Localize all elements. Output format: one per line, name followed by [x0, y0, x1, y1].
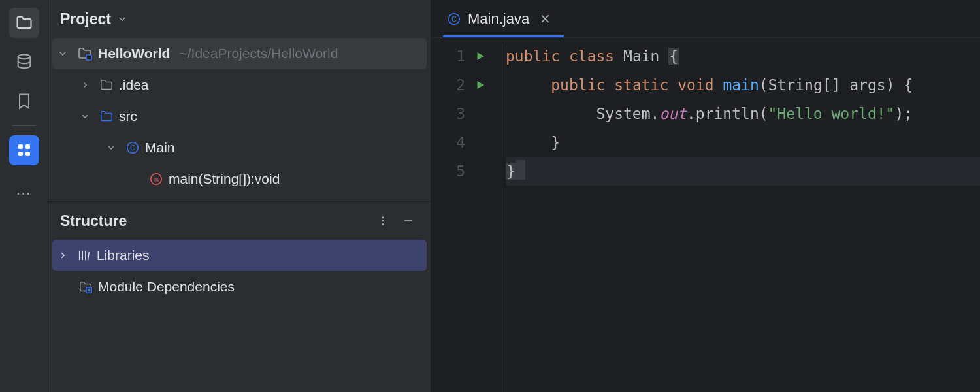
close-icon[interactable]: ✕: [536, 11, 551, 27]
library-icon: [77, 248, 91, 263]
chevron-down-icon: [80, 111, 94, 122]
main-method-label: main(String[]):void: [169, 171, 280, 187]
code-line: }: [506, 128, 980, 157]
structure-tree: Libraries Module Dependencies: [48, 240, 431, 309]
editor-tabbar: C Main.java ✕: [431, 0, 980, 38]
bookmark-icon: [15, 92, 33, 110]
folder-icon: [15, 14, 33, 32]
tree-row-project-root[interactable]: HelloWorld ~/IdeaProjects/HelloWorld: [52, 38, 427, 69]
line-number: 1: [431, 42, 465, 71]
database-icon: [15, 53, 33, 71]
editor: C Main.java ✕ 1 2 3 4 5 public class Mai…: [431, 0, 980, 392]
svg-rect-1: [18, 144, 23, 149]
svg-point-12: [382, 223, 384, 225]
structure-panel-header: Structure: [48, 202, 431, 240]
text-cursor: [516, 160, 525, 180]
svg-point-11: [382, 220, 384, 222]
run-icon[interactable]: [470, 71, 502, 99]
svg-rect-3: [18, 152, 23, 156]
tree-row-libraries[interactable]: Libraries: [52, 240, 427, 271]
code-line: System.out.println("Hello world!");: [506, 99, 980, 128]
project-tree: HelloWorld ~/IdeaProjects/HelloWorld .id…: [48, 38, 431, 201]
chevron-down-icon: [57, 48, 72, 59]
indent-guide: [502, 43, 502, 392]
svg-point-0: [18, 54, 30, 59]
code-line: }: [506, 157, 980, 186]
svg-text:m: m: [154, 176, 159, 183]
class-icon: C: [447, 12, 461, 26]
project-root-name: HelloWorld: [98, 46, 170, 61]
chevron-down-icon: [106, 142, 120, 153]
more-tool-button[interactable]: …: [9, 174, 39, 204]
minimize-icon[interactable]: [398, 212, 419, 230]
tool-strip: …: [0, 0, 48, 392]
chevron-right-icon: [57, 250, 72, 261]
tree-row-module-deps[interactable]: Module Dependencies: [52, 271, 427, 302]
code-content[interactable]: public class Main { public static void m…: [502, 38, 980, 392]
project-panel-title: Project: [60, 10, 111, 28]
libraries-label: Libraries: [97, 248, 150, 263]
project-panel-header: Project: [48, 0, 431, 38]
folder-icon: [99, 78, 114, 92]
structure-panel-title: Structure: [60, 212, 127, 230]
structure-panel: Structure Libraries: [48, 201, 431, 309]
method-icon: m: [149, 172, 163, 186]
svg-rect-5: [86, 55, 91, 60]
line-number-gutter: 1 2 3 4 5: [431, 38, 470, 392]
bookmarks-tool-button[interactable]: [9, 86, 39, 116]
main-class-label: Main: [145, 140, 175, 155]
database-tool-button[interactable]: [9, 47, 39, 77]
plugins-tool-button[interactable]: [9, 135, 39, 165]
kebab-menu-icon[interactable]: [373, 212, 393, 229]
line-number: 4: [431, 128, 465, 157]
code-area[interactable]: 1 2 3 4 5 public class Main { public sta…: [431, 38, 980, 392]
chevron-down-icon[interactable]: [116, 13, 128, 25]
class-icon: C: [125, 140, 140, 155]
more-icon: …: [16, 180, 33, 199]
svg-rect-4: [25, 152, 30, 156]
line-number: 3: [431, 99, 465, 128]
svg-rect-2: [25, 144, 30, 149]
src-folder-label: src: [119, 108, 137, 124]
source-folder-icon: [99, 109, 114, 123]
module-deps-icon: [78, 280, 93, 294]
divider: [12, 125, 36, 126]
tree-row-idea[interactable]: .idea: [52, 69, 427, 101]
tree-row-main-class[interactable]: C Main: [52, 132, 427, 163]
code-line: public static void main(String[] args) {: [506, 71, 980, 99]
module-folder-icon: [77, 46, 93, 61]
project-root-path: ~/IdeaProjects/HelloWorld: [179, 46, 338, 61]
svg-text:C: C: [451, 14, 457, 22]
line-number: 5: [431, 157, 465, 186]
editor-tab-main[interactable]: C Main.java ✕: [443, 0, 564, 37]
module-deps-label: Module Dependencies: [98, 279, 235, 295]
code-line: public class Main {: [506, 42, 980, 71]
editor-tab-label: Main.java: [468, 10, 529, 27]
project-tool-button[interactable]: [9, 8, 39, 38]
run-gutter: [470, 38, 502, 392]
tree-row-main-method[interactable]: m main(String[]):void: [52, 163, 427, 195]
sidebar: Project HelloWorld ~/IdeaProjects/HelloW…: [48, 0, 431, 392]
idea-folder-label: .idea: [119, 77, 149, 93]
line-number: 2: [431, 71, 465, 99]
chevron-right-icon: [80, 80, 94, 90]
svg-text:C: C: [130, 144, 135, 152]
tree-row-src[interactable]: src: [52, 101, 427, 132]
run-icon[interactable]: [470, 42, 502, 71]
svg-point-10: [382, 216, 384, 218]
grid-icon: [16, 142, 32, 158]
